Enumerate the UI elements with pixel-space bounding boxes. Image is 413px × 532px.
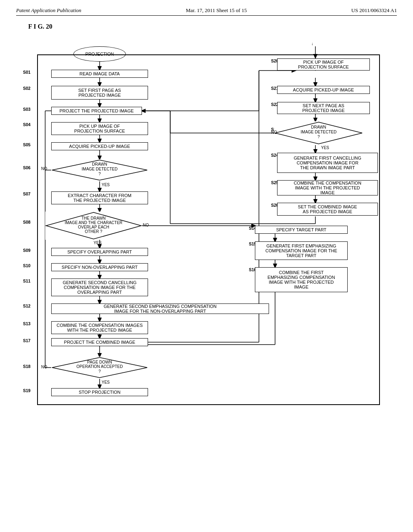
s05-box: ACQUIRE PICKED-UP IMAGE (51, 142, 148, 150)
page-header: Patent Application Publication Mar. 17, … (16, 7, 397, 16)
s08-diamond: THE DRAWN IMAGE AND THE CHARACTER OVERLA… (45, 212, 142, 240)
s18-yes-label: YES (102, 380, 110, 384)
svg-text:OPERATION ACCEPTED: OPERATION ACCEPTED (77, 364, 123, 369)
svg-text:THE DRAWN: THE DRAWN (81, 216, 106, 220)
s19-label: S19 (23, 388, 31, 393)
s08-label: S08 (23, 220, 31, 224)
s07-box: EXTRACT CHARACTER FROM THE PROJECTED IMA… (51, 191, 148, 204)
s23-yes-label: YES (321, 145, 329, 150)
flowchart: PROJECTION S01 READ IMAGE DATA S02 SET F… (21, 34, 392, 502)
top-arrow-label: ↓ (311, 42, 313, 46)
svg-text:IMAGE DETECTED: IMAGE DETECTED (301, 130, 337, 134)
s04-box: PICK UP IMAGE OF PROJECTION SURFACE (51, 122, 148, 135)
s09-label: S09 (23, 248, 31, 253)
s10-label: S10 (23, 263, 31, 268)
s01-label: S01 (23, 70, 31, 75)
svg-text:?: ? (98, 172, 101, 176)
s09-box: SPECIFY OVERLAPPING PART (51, 248, 148, 256)
s03-label: S03 (23, 107, 31, 112)
svg-text:OTHER ?: OTHER ? (85, 229, 102, 234)
s13-box: COMBINE THE COMPENSATION IMAGES WITH THE… (51, 321, 148, 334)
s11-label: S11 (23, 278, 31, 283)
s22-box: SET NEXT PAGE AS PROJECTED IMAGE (277, 102, 370, 114)
s02-box: SET FIRST PAGE AS PROJECTED IMAGE (51, 86, 148, 100)
svg-text:IMAGE DETECTED: IMAGE DETECTED (82, 167, 118, 171)
svg-text:DRAWN: DRAWN (311, 125, 326, 129)
s10-box: SPECIFY NON-OVERLAPPING PART (51, 263, 148, 271)
s15-box: GENERATE FIRST EMPHASIZING COMPENSATION … (255, 241, 348, 260)
svg-text:PAGE DOWN: PAGE DOWN (87, 360, 112, 364)
s07-label: S07 (23, 191, 31, 196)
s18-no-label: NO (41, 365, 47, 369)
s05-label: S05 (23, 142, 31, 147)
s12-box: GENERATE SECOND EMPHASIZING COMPENSATION… (51, 303, 269, 314)
s20-box: PICK UP IMAGE OF PROJECTION SURFACE (277, 58, 370, 71)
s17-box: PROJECT THE COMBINED IMAGE (51, 338, 148, 346)
s08-no-label: NO (143, 223, 149, 227)
s08-yes-label: YES (94, 241, 102, 245)
s06-no-label: NO (41, 166, 47, 171)
s21-box: ACQUIRE PICKED-UP IMAGE (277, 86, 370, 94)
s24-box: GENERATE FIRST CANCELLING COMPENSATION I… (277, 153, 378, 173)
page: Patent Application Publication Mar. 17, … (0, 0, 413, 532)
projection-start: PROJECTION (73, 46, 126, 62)
s18-diamond: PAGE DOWN OPERATION ACCEPTED ? (51, 357, 148, 379)
header-patent-number: US 2011/0063324 A1 (351, 7, 397, 14)
s06-label: S06 (23, 165, 31, 170)
s06-diamond: DRAWN IMAGE DETECTED ? (51, 159, 148, 181)
header-publication: Patent Application Publication (16, 7, 81, 14)
s14-box: SPECIFY TARGET PART (255, 226, 348, 234)
s01-box: READ IMAGE DATA (51, 70, 148, 78)
s23-no-label: NO (271, 130, 277, 135)
s06-yes-label: YES (102, 183, 110, 187)
s12-label: S12 (23, 303, 31, 308)
s18-label: S18 (23, 364, 31, 369)
header-date-sheet: Mar. 17, 2011 Sheet 15 of 15 (186, 7, 247, 14)
svg-text:IMAGE AND THE CHARACTER: IMAGE AND THE CHARACTER (65, 220, 122, 225)
s17-label: S17 (23, 338, 31, 343)
s11-box: GENERATE SECOND CANCELLING COMPENSATION … (51, 278, 148, 296)
s26-box: SET THE COMBINED IMAGE AS PROJECTED IMAG… (277, 203, 378, 216)
s02-label: S02 (23, 86, 31, 91)
s19-box: STOP PROJECTION (51, 388, 148, 396)
s03-box: PROJECT THE PROJECTED IMAGE (51, 107, 142, 115)
svg-text:?: ? (317, 135, 320, 139)
s13-label: S13 (23, 321, 31, 326)
svg-text:DRAWN: DRAWN (92, 162, 107, 166)
s25-box: COMBINE THE COMPENSATION IMAGE WITH THE … (277, 180, 378, 195)
s23-diamond: DRAWN IMAGE DETECTED ? (274, 121, 363, 145)
s16-box: COMBINE THE FIRST EMPHASIZING COMPENSATI… (255, 267, 348, 292)
svg-text:?: ? (98, 369, 101, 374)
svg-text:OVERLAP EACH: OVERLAP EACH (78, 225, 109, 229)
figure-title: F I G. 20 (28, 23, 397, 30)
s04-label: S04 (23, 122, 31, 127)
